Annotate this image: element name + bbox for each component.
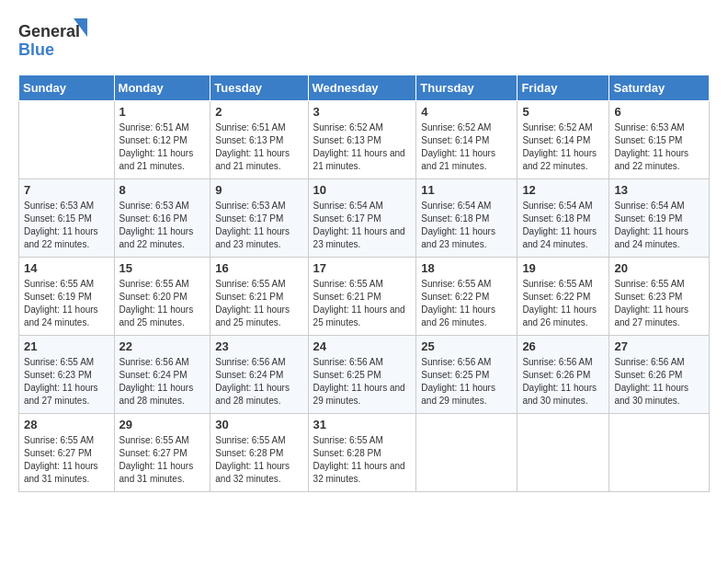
calendar-cell: 29Sunrise: 6:55 AM Sunset: 6:27 PM Dayli… [114, 414, 210, 492]
day-info: Sunrise: 6:55 AM Sunset: 6:22 PM Dayligh… [522, 278, 604, 329]
calendar-cell: 13Sunrise: 6:54 AM Sunset: 6:19 PM Dayli… [609, 179, 710, 258]
day-number: 9 [215, 183, 302, 197]
day-info: Sunrise: 6:54 AM Sunset: 6:17 PM Dayligh… [313, 200, 412, 251]
calendar-cell: 15Sunrise: 6:55 AM Sunset: 6:20 PM Dayli… [114, 258, 210, 336]
calendar-cell: 1Sunrise: 6:51 AM Sunset: 6:12 PM Daylig… [114, 101, 210, 179]
day-number: 6 [614, 105, 704, 119]
day-number: 15 [119, 261, 206, 275]
day-info: Sunrise: 6:55 AM Sunset: 6:19 PM Dayligh… [24, 278, 109, 329]
calendar-table: SundayMondayTuesdayWednesdayThursdayFrid… [18, 75, 710, 492]
day-number: 29 [119, 418, 206, 431]
day-number: 27 [614, 339, 704, 353]
day-number: 20 [614, 261, 704, 275]
day-info: Sunrise: 6:55 AM Sunset: 6:23 PM Dayligh… [24, 356, 109, 408]
day-number: 21 [24, 339, 109, 353]
day-number: 28 [24, 418, 109, 431]
calendar-cell [19, 101, 115, 179]
calendar-week-row: 28Sunrise: 6:55 AM Sunset: 6:27 PM Dayli… [19, 414, 710, 492]
calendar-cell: 23Sunrise: 6:56 AM Sunset: 6:24 PM Dayli… [210, 336, 308, 414]
calendar-cell: 31Sunrise: 6:55 AM Sunset: 6:28 PM Dayli… [308, 414, 416, 492]
weekday-header-thursday: Thursday [416, 75, 518, 101]
calendar-cell: 14Sunrise: 6:55 AM Sunset: 6:19 PM Dayli… [19, 258, 115, 336]
calendar-cell: 12Sunrise: 6:54 AM Sunset: 6:18 PM Dayli… [518, 179, 609, 258]
day-number: 14 [24, 261, 109, 275]
svg-text:General: General [18, 22, 80, 40]
day-info: Sunrise: 6:56 AM Sunset: 6:25 PM Dayligh… [421, 356, 512, 408]
day-info: Sunrise: 6:55 AM Sunset: 6:23 PM Dayligh… [614, 278, 704, 329]
calendar-cell: 28Sunrise: 6:55 AM Sunset: 6:27 PM Dayli… [19, 414, 115, 492]
day-number: 17 [313, 261, 412, 275]
day-number: 25 [421, 339, 512, 353]
day-number: 1 [119, 105, 206, 119]
weekday-header-sunday: Sunday [19, 75, 115, 101]
calendar-cell: 2Sunrise: 6:51 AM Sunset: 6:13 PM Daylig… [210, 101, 308, 179]
calendar-cell: 24Sunrise: 6:56 AM Sunset: 6:25 PM Dayli… [308, 336, 416, 414]
calendar-cell: 17Sunrise: 6:55 AM Sunset: 6:21 PM Dayli… [308, 258, 416, 336]
calendar-cell: 11Sunrise: 6:54 AM Sunset: 6:18 PM Dayli… [416, 179, 518, 258]
day-number: 5 [522, 105, 604, 119]
day-number: 11 [421, 183, 512, 197]
calendar-cell: 25Sunrise: 6:56 AM Sunset: 6:25 PM Dayli… [416, 336, 518, 414]
weekday-header-friday: Friday [518, 75, 609, 101]
day-info: Sunrise: 6:55 AM Sunset: 6:22 PM Dayligh… [421, 278, 512, 329]
day-info: Sunrise: 6:52 AM Sunset: 6:14 PM Dayligh… [421, 121, 512, 173]
svg-text:Blue: Blue [18, 40, 54, 59]
day-info: Sunrise: 6:56 AM Sunset: 6:24 PM Dayligh… [119, 356, 206, 408]
calendar-cell: 4Sunrise: 6:52 AM Sunset: 6:14 PM Daylig… [416, 101, 518, 179]
day-number: 10 [313, 183, 412, 197]
calendar-week-row: 1Sunrise: 6:51 AM Sunset: 6:12 PM Daylig… [19, 101, 710, 179]
day-info: Sunrise: 6:53 AM Sunset: 6:17 PM Dayligh… [215, 200, 302, 251]
calendar-cell: 8Sunrise: 6:53 AM Sunset: 6:16 PM Daylig… [114, 179, 210, 258]
day-info: Sunrise: 6:54 AM Sunset: 6:18 PM Dayligh… [421, 200, 512, 251]
calendar-week-row: 7Sunrise: 6:53 AM Sunset: 6:15 PM Daylig… [19, 179, 710, 258]
logo-icon: GeneralBlue [18, 18, 92, 60]
calendar-cell: 10Sunrise: 6:54 AM Sunset: 6:17 PM Dayli… [308, 179, 416, 258]
day-number: 23 [215, 339, 302, 353]
calendar-cell: 26Sunrise: 6:56 AM Sunset: 6:26 PM Dayli… [518, 336, 609, 414]
day-number: 24 [313, 339, 412, 353]
day-info: Sunrise: 6:56 AM Sunset: 6:26 PM Dayligh… [522, 356, 604, 408]
day-info: Sunrise: 6:52 AM Sunset: 6:13 PM Dayligh… [313, 121, 412, 173]
day-number: 13 [614, 183, 704, 197]
day-number: 4 [421, 105, 512, 119]
day-info: Sunrise: 6:54 AM Sunset: 6:18 PM Dayligh… [522, 200, 604, 251]
calendar-cell: 18Sunrise: 6:55 AM Sunset: 6:22 PM Dayli… [416, 258, 518, 336]
day-info: Sunrise: 6:55 AM Sunset: 6:20 PM Dayligh… [119, 278, 206, 329]
day-info: Sunrise: 6:54 AM Sunset: 6:19 PM Dayligh… [614, 200, 704, 251]
calendar-cell: 5Sunrise: 6:52 AM Sunset: 6:14 PM Daylig… [518, 101, 609, 179]
calendar-cell [416, 414, 518, 492]
day-number: 2 [215, 105, 302, 119]
calendar-week-row: 14Sunrise: 6:55 AM Sunset: 6:19 PM Dayli… [19, 258, 710, 336]
day-number: 7 [24, 183, 109, 197]
calendar-week-row: 21Sunrise: 6:55 AM Sunset: 6:23 PM Dayli… [19, 336, 710, 414]
calendar-cell: 20Sunrise: 6:55 AM Sunset: 6:23 PM Dayli… [609, 258, 710, 336]
day-info: Sunrise: 6:55 AM Sunset: 6:21 PM Dayligh… [313, 278, 412, 329]
calendar-cell: 6Sunrise: 6:53 AM Sunset: 6:15 PM Daylig… [609, 101, 710, 179]
weekday-header-saturday: Saturday [609, 75, 710, 101]
day-number: 19 [522, 261, 604, 275]
day-number: 30 [215, 418, 302, 431]
logo: GeneralBlue [18, 18, 92, 60]
calendar-cell: 3Sunrise: 6:52 AM Sunset: 6:13 PM Daylig… [308, 101, 416, 179]
calendar-cell: 19Sunrise: 6:55 AM Sunset: 6:22 PM Dayli… [518, 258, 609, 336]
day-info: Sunrise: 6:51 AM Sunset: 6:13 PM Dayligh… [215, 121, 302, 173]
calendar-cell [609, 414, 710, 492]
page-header: GeneralBlue [18, 18, 710, 60]
day-number: 3 [313, 105, 412, 119]
weekday-header-row: SundayMondayTuesdayWednesdayThursdayFrid… [19, 75, 710, 101]
day-number: 12 [522, 183, 604, 197]
day-number: 22 [119, 339, 206, 353]
day-info: Sunrise: 6:55 AM Sunset: 6:28 PM Dayligh… [313, 434, 412, 486]
calendar-cell: 21Sunrise: 6:55 AM Sunset: 6:23 PM Dayli… [19, 336, 115, 414]
day-info: Sunrise: 6:53 AM Sunset: 6:15 PM Dayligh… [24, 200, 109, 251]
calendar-cell: 9Sunrise: 6:53 AM Sunset: 6:17 PM Daylig… [210, 179, 308, 258]
weekday-header-tuesday: Tuesday [210, 75, 308, 101]
day-info: Sunrise: 6:55 AM Sunset: 6:27 PM Dayligh… [24, 434, 109, 486]
calendar-cell: 16Sunrise: 6:55 AM Sunset: 6:21 PM Dayli… [210, 258, 308, 336]
day-number: 26 [522, 339, 604, 353]
calendar-cell: 27Sunrise: 6:56 AM Sunset: 6:26 PM Dayli… [609, 336, 710, 414]
day-info: Sunrise: 6:55 AM Sunset: 6:21 PM Dayligh… [215, 278, 302, 329]
weekday-header-monday: Monday [114, 75, 210, 101]
day-info: Sunrise: 6:56 AM Sunset: 6:26 PM Dayligh… [614, 356, 704, 408]
day-number: 16 [215, 261, 302, 275]
